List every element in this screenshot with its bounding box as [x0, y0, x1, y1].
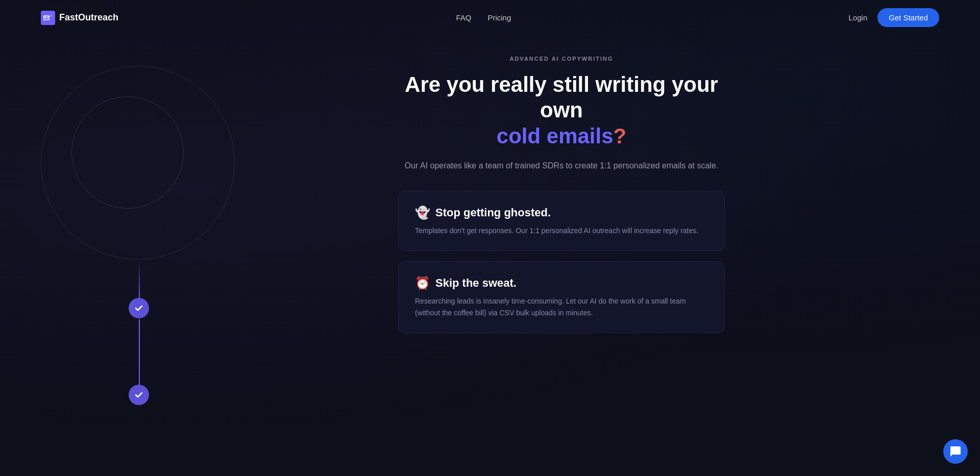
- nav-link-faq[interactable]: FAQ: [456, 13, 471, 22]
- content-right: ADVANCED AI COPYWRITING Are you really s…: [398, 56, 725, 343]
- feature-title-sweat: ⏰ Skip the sweat.: [415, 276, 708, 290]
- logo[interactable]: FastOutreach: [41, 11, 118, 25]
- check-circle-1: [129, 298, 149, 318]
- navbar: FastOutreach FAQ Pricing Login Get Start…: [0, 0, 980, 35]
- feature-card-ghosted: 👻 Stop getting ghosted. Templates don't …: [398, 191, 725, 251]
- feature-desc-ghosted: Templates don't get responses. Our 1:1 p…: [415, 225, 708, 236]
- alarm-emoji: ⏰: [415, 276, 430, 290]
- inner-circle: [71, 96, 184, 209]
- feature-title-ghosted: 👻 Stop getting ghosted.: [415, 206, 708, 220]
- feature-desc-sweat: Researching leads is insanely time-consu…: [415, 295, 708, 318]
- logo-text: FastOutreach: [59, 12, 118, 23]
- feature-title-text-sweat: Skip the sweat.: [435, 277, 517, 290]
- timeline-line-top: [139, 260, 140, 300]
- headline-question: ?: [614, 124, 627, 148]
- chat-bubble[interactable]: [943, 439, 968, 464]
- get-started-button[interactable]: Get Started: [877, 8, 939, 27]
- section-label: ADVANCED AI COPYWRITING: [398, 56, 725, 62]
- nav-right: Login Get Started: [849, 8, 939, 27]
- nav-center: FAQ Pricing: [456, 13, 511, 22]
- main-content: ADVANCED AI COPYWRITING Are you really s…: [0, 35, 980, 374]
- ghost-emoji: 👻: [415, 206, 430, 220]
- headline-colored: cold emails: [497, 124, 614, 148]
- feature-title-text-ghosted: Stop getting ghosted.: [435, 206, 551, 219]
- left-decoration: [41, 66, 245, 270]
- headline-line1: Are you really still writing your own: [405, 72, 718, 122]
- headline: Are you really still writing your own co…: [398, 72, 725, 149]
- check-circle-2: [129, 385, 149, 405]
- logo-icon: [41, 11, 55, 25]
- feature-card-sweat: ⏰ Skip the sweat. Researching leads is i…: [398, 261, 725, 333]
- timeline-line-middle: [139, 319, 140, 386]
- login-link[interactable]: Login: [849, 13, 868, 22]
- subheadline: Our AI operates like a team of trained S…: [398, 159, 725, 172]
- nav-link-pricing[interactable]: Pricing: [487, 13, 511, 22]
